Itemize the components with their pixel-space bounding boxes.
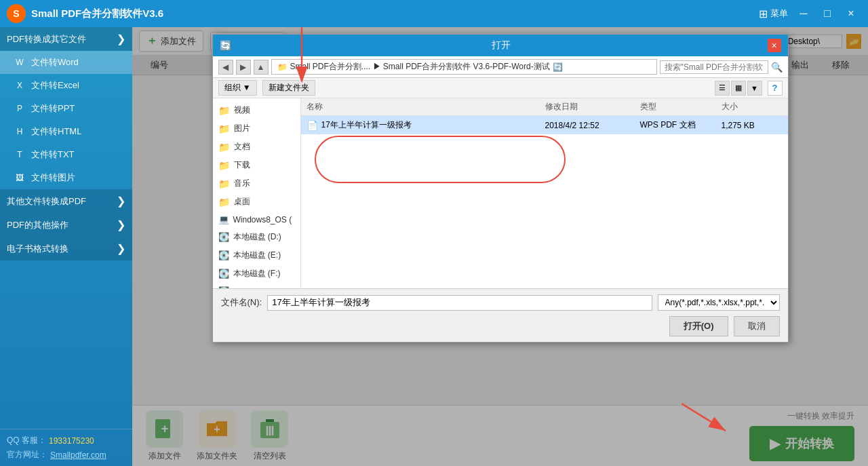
sidebar-item-txt[interactable]: T 文件转TXT bbox=[0, 143, 132, 166]
window-controls: ─ □ × bbox=[793, 4, 861, 23]
maximize-btn[interactable]: □ bbox=[817, 4, 837, 23]
dialog-filelist: 名称 修改日期 类型 大小 📄 17年上半年计算一级报考 2018/4/2 12… bbox=[301, 98, 788, 288]
txt-icon: T bbox=[14, 149, 26, 161]
sidebar-folder-image[interactable]: 📁 图片 bbox=[213, 119, 300, 138]
disk-f-icon: 💽 bbox=[218, 269, 229, 279]
main-layout: PDF转换成其它文件 ❯ W 文件转Word X 文件转Excel P 文件转P… bbox=[0, 27, 868, 466]
ppt-icon: P bbox=[14, 102, 26, 115]
sidebar-section-other-to-pdf[interactable]: 其他文件转换成PDF ❯ bbox=[0, 189, 132, 213]
qq-label: QQ 客服： bbox=[7, 435, 46, 446]
sidebar-folder-video[interactable]: 📁 视频 bbox=[213, 101, 300, 119]
dialog-open-button[interactable]: 打开(O) bbox=[669, 316, 728, 336]
organize-btn[interactable]: 组织 ▼ bbox=[218, 80, 257, 96]
dialog-search-input[interactable] bbox=[660, 60, 768, 74]
website-label: 官方网址： bbox=[7, 449, 47, 461]
dialog-overlay: 🔄 打开 × ◀ ▶ ▲ 📁 Small PDF合并分割.... ▶ Small… bbox=[132, 27, 868, 466]
sidebar-bottom: QQ 客服： 1933175230 官方网址： Smallpdfer.com bbox=[0, 429, 132, 466]
path-folder-icon: 📁 bbox=[277, 62, 288, 72]
section2-arrow-icon: ❯ bbox=[117, 195, 125, 208]
sidebar-item-image[interactable]: 🖼 文件转图片 bbox=[0, 166, 132, 189]
dialog-sidebar: 📁 视频 📁 图片 📁 文档 📁 下载 bbox=[213, 98, 301, 288]
section1-arrow-icon: ❯ bbox=[117, 33, 125, 45]
sidebar-item-ppt[interactable]: P 文件转PPT bbox=[0, 97, 132, 120]
title-bar: S Small PDF合并分割软件V3.6 ⊞ 菜单 ─ □ × bbox=[0, 0, 868, 27]
dialog-cancel-button[interactable]: 取消 bbox=[734, 316, 780, 336]
dialog-content: 📁 视频 📁 图片 📁 文档 📁 下载 bbox=[213, 98, 788, 288]
folder-image-icon: 📁 bbox=[218, 123, 230, 134]
app-logo: S bbox=[7, 4, 26, 23]
filename-row: 文件名(N): Any(*.pdf,*.xls,*.xlsx,*.ppt,*.p… bbox=[221, 294, 780, 311]
content-area: ＋ 添加文件 📁 添加文件夹 输出目录： 原文件夹 自定义 📂 编 bbox=[132, 27, 868, 466]
filename-label: 文件名(N): bbox=[221, 296, 262, 309]
menu-btn[interactable]: ⊞ 菜单 bbox=[753, 5, 793, 23]
view-buttons: ☰ ▦ ▼ bbox=[715, 81, 762, 96]
sidebar-item-excel[interactable]: X 文件转Excel bbox=[0, 74, 132, 97]
website-link[interactable]: Smallpdfer.com bbox=[50, 450, 106, 460]
folder-download-icon: 📁 bbox=[218, 160, 230, 171]
sidebar: PDF转换成其它文件 ❯ W 文件转Word X 文件转Excel P 文件转P… bbox=[0, 27, 132, 466]
help-btn[interactable]: ? bbox=[768, 81, 783, 96]
sidebar-section-pdf-ops[interactable]: PDF的其他操作 ❯ bbox=[0, 213, 132, 237]
red-circle-annotation bbox=[315, 136, 566, 183]
folder-desktop-icon: 📁 bbox=[218, 197, 230, 208]
dialog-path-bar: 📁 Small PDF合并分割.... ▶ Small PDF合并分割软件 V3… bbox=[271, 59, 657, 75]
folder-video-icon: 📁 bbox=[218, 105, 230, 116]
sidebar-folder-download[interactable]: 📁 下载 bbox=[213, 156, 300, 174]
filename-input[interactable] bbox=[267, 295, 652, 311]
minimize-btn[interactable]: ─ bbox=[793, 4, 814, 23]
close-btn[interactable]: × bbox=[841, 4, 861, 23]
view-detail2-btn[interactable]: ▼ bbox=[747, 81, 762, 96]
search-icon: 🔍 bbox=[771, 62, 783, 73]
disk-windows-icon: 💻 bbox=[218, 214, 229, 225]
sidebar-disk-d[interactable]: 💽 本地磁盘 (D:) bbox=[213, 228, 300, 246]
filetype-select[interactable]: Any(*.pdf,*.xls,*.xlsx,*.ppt,*.p| bbox=[658, 294, 780, 311]
dialog-refresh-icon: 🔄 bbox=[220, 40, 231, 51]
sidebar-folder-music[interactable]: 📁 音乐 bbox=[213, 174, 300, 193]
sidebar-disk-windows[interactable]: 💻 Windows8_OS ( bbox=[213, 211, 300, 228]
sidebar-folder-docs[interactable]: 📁 文档 bbox=[213, 138, 300, 156]
dialog-actions: 打开(O) 取消 bbox=[221, 316, 780, 336]
section4-arrow-icon: ❯ bbox=[117, 242, 125, 255]
sidebar-disk-f[interactable]: 💽 本地磁盘 (F:) bbox=[213, 265, 300, 283]
svg-line-1 bbox=[682, 404, 726, 431]
view-list-btn[interactable]: ☰ bbox=[715, 81, 730, 96]
file-row-0[interactable]: 📄 17年上半年计算一级报考 2018/4/2 12:52 WPS PDF 文档… bbox=[301, 116, 788, 134]
path-refresh-btn[interactable]: 🔄 bbox=[553, 62, 563, 72]
dialog-close-button[interactable]: × bbox=[768, 39, 781, 52]
dialog-up-btn[interactable]: ▲ bbox=[254, 60, 269, 75]
qq-number[interactable]: 1933175230 bbox=[49, 436, 94, 446]
dialog-back-btn[interactable]: ◀ bbox=[218, 60, 233, 75]
dialog-toolbar: 组织 ▼ 新建文件夹 ☰ ▦ ▼ ? bbox=[213, 78, 788, 98]
section3-arrow-icon: ❯ bbox=[117, 218, 125, 231]
dialog-bottom: 文件名(N): Any(*.pdf,*.xls,*.xlsx,*.ppt,*.p… bbox=[213, 288, 788, 342]
image-icon: 🖼 bbox=[14, 172, 26, 184]
dialog-title-bar: 🔄 打开 × bbox=[213, 35, 788, 56]
dialog-title: 打开 bbox=[235, 39, 768, 52]
view-detail-btn[interactable]: ▦ bbox=[731, 81, 746, 96]
app-title: Small PDF合并分割软件V3.6 bbox=[31, 7, 753, 20]
pdf-file-icon: 📄 bbox=[307, 120, 318, 131]
sidebar-disk-kevin[interactable]: 💽 KEVIN-YAO (G: bbox=[213, 283, 300, 288]
new-folder-btn[interactable]: 新建文件夹 bbox=[262, 80, 315, 96]
dialog-forward-btn[interactable]: ▶ bbox=[236, 60, 251, 75]
sidebar-item-html[interactable]: H 文件转HTML bbox=[0, 120, 132, 143]
folder-music-icon: 📁 bbox=[218, 178, 230, 189]
html-icon: H bbox=[14, 125, 26, 138]
dialog-addressbar: ◀ ▶ ▲ 📁 Small PDF合并分割.... ▶ Small PDF合并分… bbox=[213, 56, 788, 78]
arrow-to-open-btn bbox=[682, 397, 736, 438]
sidebar-folder-desktop[interactable]: 📁 桌面 bbox=[213, 193, 300, 211]
sidebar-disk-e[interactable]: 💽 本地磁盘 (E:) bbox=[213, 246, 300, 265]
excel-icon: X bbox=[14, 79, 26, 92]
disk-d-icon: 💽 bbox=[218, 232, 229, 242]
word-icon: W bbox=[14, 56, 26, 69]
folder-docs-icon: 📁 bbox=[218, 142, 230, 153]
filelist-header: 名称 修改日期 类型 大小 bbox=[301, 98, 788, 116]
sidebar-section-pdf-to-other[interactable]: PDF转换成其它文件 ❯ bbox=[0, 27, 132, 51]
sidebar-item-word[interactable]: W 文件转Word bbox=[0, 51, 132, 74]
sidebar-section-ebook[interactable]: 电子书格式转换 ❯ bbox=[0, 237, 132, 260]
file-dialog: 🔄 打开 × ◀ ▶ ▲ 📁 Small PDF合并分割.... ▶ Small… bbox=[212, 34, 789, 343]
disk-e-icon: 💽 bbox=[218, 250, 229, 260]
